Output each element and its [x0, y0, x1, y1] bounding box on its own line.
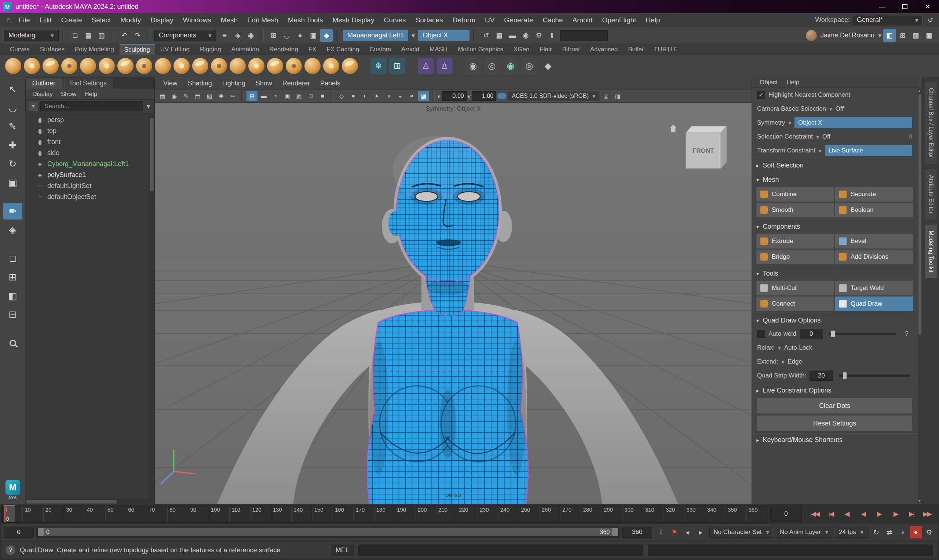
chevron-down-icon[interactable]	[830, 105, 832, 113]
section-components[interactable]: Components	[752, 220, 917, 233]
outliner-item-side[interactable]: ◉side	[26, 147, 154, 158]
menu-edit[interactable]: Edit	[35, 13, 57, 27]
play-forwards-button[interactable]: ▶	[871, 507, 887, 520]
workspace-layout-icon[interactable]: ◧	[883, 29, 896, 42]
playback-speed-icon[interactable]: ↕	[655, 526, 667, 538]
shelf-tab-motion-graphics[interactable]: Motion Graphics	[453, 45, 508, 55]
outliner-menu-help[interactable]: Help	[81, 91, 101, 98]
range-start-handle[interactable]	[38, 528, 44, 536]
single-pane-layout-icon[interactable]: □	[3, 250, 22, 267]
render-current-frame-icon[interactable]: ▬	[506, 29, 519, 42]
menu-modify[interactable]: Modify	[116, 13, 146, 27]
snap-to-curve-icon[interactable]: ◡	[281, 29, 293, 42]
menu-uv[interactable]: UV	[480, 13, 499, 27]
sculpt-pinch-brush-icon[interactable]	[99, 58, 115, 74]
wireframe-display-icon[interactable]: ◇	[336, 91, 347, 101]
auto-weld-value-field[interactable]	[800, 329, 823, 339]
shelf-tab-bullet[interactable]: Bullet	[623, 45, 649, 55]
redo-icon[interactable]: ↷	[131, 29, 144, 42]
go-to-end-button[interactable]: ▶▶|	[920, 507, 935, 520]
shadows-icon[interactable]: ◑	[383, 91, 394, 101]
move-tool-icon[interactable]: ✚	[3, 137, 22, 154]
playhead[interactable]: 0	[4, 505, 15, 522]
safe-title-icon[interactable]: ■	[317, 91, 328, 101]
highlight-nearest-component-checkbox[interactable]	[757, 91, 765, 99]
section-mesh[interactable]: Mesh	[752, 173, 917, 186]
sculpt-knife-brush-icon[interactable]	[267, 58, 283, 74]
close-button[interactable]	[916, 0, 939, 13]
sculpt-amplify-brush-icon[interactable]	[323, 58, 339, 74]
viewport-menu-renderer[interactable]: Renderer	[278, 80, 315, 87]
chevron-down-icon[interactable]	[410, 32, 416, 40]
anti-aliasing-icon[interactable]: ▩	[418, 91, 429, 101]
resolution-gate-icon[interactable]: ▫	[270, 91, 281, 101]
shelf-tab-bifrost[interactable]: Bifrost	[557, 45, 584, 55]
ambient-occlusion-icon[interactable]: ◒	[395, 91, 406, 101]
exposure-field[interactable]	[443, 91, 467, 101]
fps-select[interactable]: 24 fps	[835, 527, 868, 538]
menu-arnold[interactable]: Arnold	[567, 13, 597, 27]
slider-handle[interactable]	[831, 331, 835, 337]
outliner-item-cyborg-manananagal-left1[interactable]: ◈Cyborg_Manananagal:Left1	[26, 158, 154, 169]
menu-edit-mesh[interactable]: Edit Mesh	[242, 13, 283, 27]
sculpt-bulge-brush-icon[interactable]	[304, 58, 321, 74]
bookmark-icon[interactable]: ▤	[192, 91, 203, 101]
menu-mesh[interactable]: Mesh	[216, 13, 242, 27]
persp-outliner-layout-icon[interactable]: ◧	[3, 287, 22, 304]
shelf-tab-turtle[interactable]: TURTLE	[649, 45, 683, 55]
shelf-tab-animation[interactable]: Animation	[227, 45, 264, 55]
select-camera-icon[interactable]: ▦	[157, 91, 168, 101]
render-settings-icon[interactable]: ⚙	[533, 29, 545, 42]
select-by-component-icon[interactable]: ◉	[245, 29, 257, 42]
sculpt-scrape-brush-icon[interactable]	[230, 58, 246, 74]
outliner-item-top[interactable]: ◉top	[26, 125, 154, 136]
image-plane-icon[interactable]: ▧	[204, 91, 215, 101]
select-by-object-icon[interactable]: ◈	[231, 29, 244, 42]
sculpt-smooth-brush-icon[interactable]	[43, 58, 59, 74]
selection-constraint-value[interactable]: Off	[822, 133, 830, 140]
shelf-tab-arnold[interactable]: Arnold	[396, 45, 424, 55]
sculpt-lift-brush-icon[interactable]	[5, 58, 21, 74]
four-pane-layout-icon[interactable]: ⊞	[3, 269, 22, 286]
menu-generate[interactable]: Generate	[499, 13, 538, 27]
last-tool-icon[interactable]: ◈	[3, 222, 22, 238]
range-end-field[interactable]	[622, 527, 652, 538]
combine-button[interactable]: Combine	[756, 187, 834, 202]
gate-mask-icon[interactable]: ▣	[282, 91, 293, 101]
chevron-down-icon[interactable]	[819, 147, 822, 155]
panel-grid-icon[interactable]: ▦	[923, 29, 935, 42]
target-weld-button[interactable]: Target Weld	[835, 281, 913, 295]
ui-elements-icon[interactable]: ⊞	[896, 29, 909, 42]
section-tools[interactable]: Tools	[752, 267, 917, 280]
shelf-tab-poly-modeling[interactable]: Poly Modeling	[70, 45, 119, 55]
shelf-tab-curves[interactable]: Curves	[5, 45, 34, 55]
snap-to-grid-icon[interactable]: ⊞	[267, 29, 280, 42]
prev-clip-icon[interactable]: ◂	[681, 526, 694, 538]
clear-dots-button[interactable]: Clear Dots	[757, 398, 912, 414]
selection-mask-select[interactable]: Components	[154, 30, 216, 42]
go-to-start-button[interactable]: |◀◀	[807, 507, 822, 520]
sculpt-pose-icon[interactable]: ♙	[418, 58, 434, 74]
film-gate-icon[interactable]: ▬	[258, 91, 269, 101]
symmetry-object-field[interactable]: Object X	[418, 30, 470, 41]
sculpt-repeat-brush-icon[interactable]	[174, 58, 190, 74]
bevel-button[interactable]: Bevel	[835, 234, 913, 248]
oscillate-icon[interactable]: ⇄	[883, 526, 896, 538]
viewport-menu-panels[interactable]: Panels	[315, 80, 345, 87]
menu-mesh-tools[interactable]: Mesh Tools	[283, 13, 328, 27]
section-quad-draw-options[interactable]: Quad Draw Options	[752, 314, 917, 327]
sculpt-mirror-icon[interactable]: ♙	[436, 58, 453, 74]
outliner-item-persp[interactable]: ◉persp	[26, 114, 154, 125]
select-tool-icon[interactable]: ↖	[3, 81, 22, 97]
quad-draw-help-button[interactable]: ?	[901, 329, 912, 339]
pause-icon[interactable]: ‖	[546, 29, 558, 42]
extrude-button[interactable]: Extrude	[756, 234, 834, 248]
file-open-icon[interactable]: ▤	[82, 29, 95, 42]
mute-icon[interactable]: ♪	[896, 526, 909, 538]
section-soft-selection[interactable]: Soft Selection	[752, 159, 917, 172]
shelf-tab-surfaces[interactable]: Surfaces	[35, 45, 69, 55]
zoom-tool-icon[interactable]	[3, 335, 22, 351]
tab-tool-settings[interactable]: Tool Settings	[62, 78, 114, 89]
bookmark-key-icon[interactable]: ⚑	[668, 526, 680, 538]
rotate-tool-icon[interactable]: ↻	[3, 155, 22, 172]
